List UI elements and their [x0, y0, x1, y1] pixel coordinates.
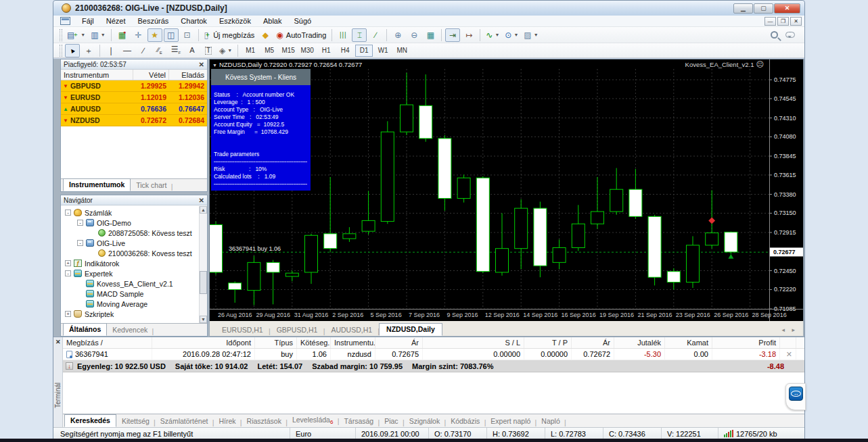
table-row[interactable]: 363679412016.09.28 02:47:12buy1.06nzdusd…: [63, 349, 804, 360]
close-button[interactable]: ✕: [774, 3, 800, 14]
tab-instrumentumok[interactable]: Instrumentumok: [63, 178, 131, 191]
menu-eszközök[interactable]: Eszközök: [213, 16, 257, 26]
auto-scroll-button[interactable]: ⇥: [445, 28, 460, 42]
shapes-tool[interactable]: ◈▼: [217, 44, 234, 57]
nav-item-kovess-ea-client-v2-1[interactable]: Kovess_EA_Client_v2.1: [61, 278, 199, 289]
menu-ablak[interactable]: Ablak: [257, 16, 288, 26]
market-watch-toggle[interactable]: ▦●: [115, 28, 130, 42]
market-row-AUDUSD[interactable]: ▲AUDUSD0.766360.76647: [61, 103, 207, 115]
terminal-tab-t-rsas-g[interactable]: Társaság|: [338, 416, 379, 427]
channel-tool[interactable]: ∕∕E: [152, 44, 167, 57]
balance-row[interactable]: ↓ Egyenleg: 10 922.50 USDSaját tőke: 10 …: [63, 360, 804, 372]
timeframe-D1[interactable]: D1: [355, 45, 373, 57]
scroll-down-icon[interactable]: ▼: [200, 316, 207, 323]
column-0[interactable]: Megbízás /: [63, 337, 152, 348]
market-watch-close-icon[interactable]: ✕: [199, 61, 204, 68]
tab-kedvencek[interactable]: Kedvencek|: [107, 324, 153, 336]
navigator-close-icon[interactable]: ✕: [199, 197, 204, 204]
column-8[interactable]: Ár: [572, 337, 614, 348]
market-row-NZDUSD[interactable]: ▼NZDUSD0.726720.72684: [61, 115, 207, 126]
indicators-button[interactable]: ∿▼: [484, 28, 501, 42]
menu-fájl[interactable]: Fájl: [76, 16, 100, 26]
column-1[interactable]: Időpont: [152, 337, 255, 348]
terminal-tab-kitetts-g[interactable]: Kitettség|: [116, 416, 155, 427]
column-10[interactable]: Kamat: [665, 337, 712, 348]
menu-chartok[interactable]: Chartok: [175, 16, 213, 26]
timeframe-M30[interactable]: M30: [298, 45, 316, 57]
terminal-tab-szign-lok[interactable]: Szignálok|: [404, 416, 446, 427]
autotrading-button[interactable]: ◉AutoTrading: [274, 28, 328, 42]
terminal-close-icon[interactable]: ✕: [55, 339, 61, 345]
market-row-GBPUSD[interactable]: ▼GBPUSD1.299251.29942: [61, 80, 207, 92]
column-5[interactable]: Ár: [375, 337, 423, 348]
zoom-in-button[interactable]: ⊕: [390, 28, 405, 42]
terminal-tab-levelesl-da[interactable]: Levelesláda6|: [287, 414, 339, 427]
title-bar[interactable]: 2100036268: OIG-Live - [NZDUSD,Daily] ▁ …: [53, 1, 804, 16]
text-label-tool[interactable]: T: [201, 44, 216, 57]
chart-tab-eurusd-h1[interactable]: EURUSD,H1|: [215, 324, 270, 336]
data-window-button[interactable]: ✛: [131, 28, 146, 42]
metaeditor-button[interactable]: ◆: [258, 28, 273, 42]
terminal-tab-h-rek[interactable]: Hírek|: [213, 416, 241, 427]
collapse-icon[interactable]: -: [77, 220, 83, 226]
timeframe-MN[interactable]: MN: [393, 45, 411, 57]
terminal-dock-strip[interactable]: ✕ Terminál: [53, 337, 63, 427]
menu-súgó[interactable]: Súgó: [288, 16, 317, 26]
teamviewer-overlay[interactable]: ↔: [785, 383, 806, 410]
ea-sad-smiley-icon[interactable]: ☹: [756, 60, 764, 69]
column-bid[interactable]: Vétel: [133, 70, 169, 80]
new-chart-button[interactable]: ▤＋▼: [65, 28, 87, 42]
terminal-tab-riaszt-sok[interactable]: Riasztások|: [242, 416, 287, 427]
search-icon[interactable]: [767, 28, 781, 42]
profiles-button[interactable]: ▥▼: [89, 28, 107, 42]
expand-icon[interactable]: +: [65, 260, 71, 266]
ea-name-label[interactable]: Kovess_EA_Client_v2.1☹: [685, 60, 764, 69]
column-instrument[interactable]: Instrumentum: [61, 70, 133, 80]
timeframe-M15[interactable]: M15: [279, 45, 297, 57]
column-3[interactable]: Kötéseg...: [297, 337, 331, 348]
strategy-tester-button[interactable]: ⊡: [180, 28, 195, 42]
chart-tab-gbpusd-h1[interactable]: GBPUSD,H1|: [270, 324, 325, 336]
tab-tick-chart[interactable]: Tick chart|: [131, 180, 172, 191]
timeframe-H4[interactable]: H4: [336, 45, 354, 57]
collapse-icon[interactable]: -: [65, 210, 71, 216]
timeframe-M1[interactable]: M1: [242, 45, 259, 57]
nav-item-oig-live[interactable]: -OIG-Live: [61, 238, 199, 248]
collapse-icon[interactable]: -: [77, 240, 83, 246]
minimize-button[interactable]: ▁: [733, 3, 753, 14]
fibonacci-tool[interactable]: ☰F: [168, 44, 183, 57]
column-6[interactable]: S / L: [423, 337, 524, 348]
close-order-icon[interactable]: ✕: [780, 349, 796, 360]
menu-nézet[interactable]: Nézet: [100, 16, 132, 26]
terminal-tab-k-db-zis[interactable]: Kódbázis|: [445, 416, 485, 427]
bar-chart-button[interactable]: |||: [336, 28, 350, 42]
periods-button[interactable]: ⊙▼: [503, 28, 520, 42]
line-chart-button[interactable]: ∕: [368, 28, 383, 42]
mdi-minimize-button[interactable]: —: [764, 17, 776, 26]
terminal-tab-piac[interactable]: Piac|: [379, 416, 403, 427]
trendline-tool[interactable]: ∕: [136, 44, 151, 57]
terminal-tab-sz-mlat-rt-net[interactable]: Számlatörténet|: [155, 416, 214, 427]
mdi-close-button[interactable]: ✕: [790, 17, 802, 26]
chart-tab-scroll-icons[interactable]: ◂ ▸: [781, 326, 798, 333]
teamviewer-icon[interactable]: ↔: [789, 387, 803, 401]
column-ask[interactable]: Eladás: [169, 70, 207, 80]
mdi-restore-button[interactable]: ❐: [777, 17, 789, 26]
candlestick-chart-button[interactable]: ⌶: [352, 28, 367, 42]
chart-menu-icon[interactable]: [60, 17, 70, 25]
nav-item-oig-demo[interactable]: -OIG-Demo: [61, 218, 199, 228]
column-9[interactable]: Jutalék: [614, 337, 665, 348]
chart-window[interactable]: 0.747750.745450.743100.740800.738450.736…: [209, 59, 804, 337]
collapse-icon[interactable]: -: [65, 270, 71, 276]
scroll-up-icon[interactable]: ▲: [200, 206, 207, 214]
chat-icon[interactable]: [783, 28, 798, 42]
nav-item-indik-torok[interactable]: +ƒIndikátorok: [61, 258, 199, 268]
nav-item-expertek[interactable]: -Expertek: [61, 268, 199, 278]
column-4[interactable]: Instrumentu...: [331, 337, 375, 348]
navigator-scrollbar[interactable]: ▲ ▼: [199, 206, 207, 323]
chart-tab-nzdusd-daily[interactable]: NZDUSD,Daily: [379, 323, 442, 336]
nav-item-2100036268-kovess-teszt[interactable]: 2100036268: Kovess teszt: [61, 248, 199, 258]
menu-beszúrás[interactable]: Beszúrás: [131, 16, 175, 26]
tile-windows-button[interactable]: ▦: [423, 28, 438, 42]
maximize-button[interactable]: ▢: [754, 3, 773, 14]
